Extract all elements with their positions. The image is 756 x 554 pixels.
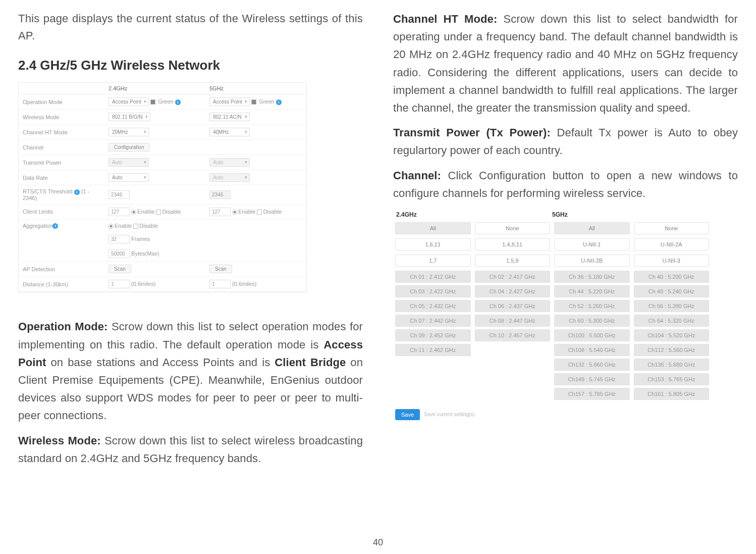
channels-grid: Ch 01 : 2.412 GHzCh 02 : 2.417 GHzCh 36 … [393,269,711,402]
preset-1611[interactable]: 1,6,11 [395,238,471,250]
wmode-24-select[interactable]: 802.11 B/G/N [109,113,150,121]
green-checkbox-24[interactable] [150,99,155,105]
rtscts-24-input[interactable]: 2346 [109,190,130,199]
channel-button[interactable]: Ch 40 : 5.200 GHz [634,271,710,283]
opmode-24-select[interactable]: Access Point [109,97,149,106]
agg-frames-input[interactable]: 32 [109,235,130,243]
scan-24-button[interactable]: Scan [109,265,131,273]
row-operation-mode: Operation Mode Access Point Green i Acce… [19,94,306,110]
preset-none-5[interactable]: None [634,222,710,234]
agg-bytes-input[interactable]: 50000 [109,249,130,258]
preset-all-24[interactable]: All [395,222,471,234]
distance-5-input[interactable]: 1 [209,280,231,288]
channel-config-button[interactable]: Configuration [109,143,149,152]
htmode-24-select[interactable]: 20MHz [109,128,149,136]
save-button[interactable]: Save [395,409,420,420]
channel-button[interactable]: Ch 07 : 2.442 GHz [395,315,471,327]
climits-5-disable-radio[interactable] [257,210,262,215]
label-wmode: Wireless Mode [19,111,104,123]
info-icon[interactable]: i [175,99,181,105]
green-checkbox-5[interactable] [251,99,256,105]
channel-button[interactable]: Ch112 : 5.560 GHz [634,344,710,356]
datarate-5-select[interactable]: Auto [209,173,250,182]
channel-button[interactable]: Ch 60 : 5.300 GHz [554,315,630,327]
enable-label: Enable [137,209,154,215]
channel-button[interactable]: Ch132 : 5.660 GHz [554,359,630,371]
channel-button[interactable]: Ch 08 : 2.447 GHz [475,315,551,327]
climits-24-enable-radio[interactable] [131,210,136,215]
channel-button[interactable]: Ch100 : 5.500 GHz [554,329,630,341]
preset-17[interactable]: 1,7 [395,255,471,267]
channel-button[interactable]: Ch104 : 5.520 GHz [634,329,710,341]
para-txpower: Transmit Power (Tx Power): Default Tx po… [393,124,738,159]
datarate-24-select[interactable]: Auto [109,173,149,182]
row-datarate: Data Rate Auto Auto [19,170,306,185]
preset-all-5[interactable]: All [554,222,630,234]
channel-button[interactable]: Ch157 : 5.785 GHz [554,388,630,400]
channel-button[interactable]: Ch108 : 5.540 GHz [554,344,630,356]
climits-24-input[interactable]: 127 [109,208,130,216]
channel-button[interactable]: Ch 04 : 2.427 GHz [475,285,551,297]
channel-button[interactable]: Ch 03 : 2.422 GHz [395,285,471,297]
txpower-24-select[interactable]: Auto [109,158,149,167]
channel-button[interactable]: Ch 09 : 2.452 GHz [395,329,471,341]
channel-button[interactable]: Ch 52 : 5.260 GHz [554,300,630,312]
preset-159[interactable]: 1,5,9 [475,255,551,267]
miles-24: (0.6miles) [131,281,155,287]
channel-button[interactable]: Ch 02 : 2.417 GHz [475,271,551,283]
preset-unii2a[interactable]: U-NII-2A [634,238,710,250]
info-icon[interactable]: i [276,99,282,105]
channel-button[interactable]: Ch 64 : 5.320 GHz [634,315,710,327]
section-title: 2.4 GHz/5 GHz Wireless Network [18,58,363,73]
channel-button[interactable]: Ch 11 : 2.462 GHz [395,344,471,356]
term-op-mode: Operation Mode: [18,320,108,333]
txpower-5-select[interactable]: Auto [209,158,250,167]
channel-button[interactable]: Ch136 : 5.680 GHz [634,359,710,371]
row-htmode: Channel HT Mode 20MHz 40MHz [19,125,306,140]
preset-unii3[interactable]: U-NII-3 [634,255,710,267]
row-wireless-mode: Wireless Mode 802.11 B/G/N 802.11 AC/N [19,110,306,125]
channel-button[interactable]: Ch 48 : 5.240 GHz [634,285,710,297]
climits-5-enable-radio[interactable] [232,210,237,215]
rtscts-5-input[interactable]: 2346 [209,190,231,199]
channel-button[interactable]: Ch153 : 5.765 GHz [634,373,710,385]
green-label-5: Green [259,98,275,105]
miles-5: (0.6miles) [232,281,256,287]
save-bar: Save Save current setting(s) [393,409,711,420]
preset-none-24[interactable]: None [475,222,551,234]
intro-text: This page displays the current status of… [18,10,363,44]
preset-unii2b[interactable]: U-NII-2B [554,255,630,267]
label-aggregation: Aggregationi [19,220,104,232]
channel-button[interactable]: Ch149 : 5.745 GHz [554,373,630,385]
term-htmode: Channel HT Mode: [393,13,497,25]
figure1-header: 2.4GHz 5GHz [19,83,306,94]
term-channel: Channel: [393,169,441,182]
row-channel: Channel Configuration [19,140,306,155]
label-channel: Channel [19,141,104,154]
climits-24-disable-radio[interactable] [156,210,161,215]
wmode-5-select[interactable]: 802.11 AC/N [209,113,250,121]
opmode-5-select[interactable]: Access Point [209,97,250,106]
channel-button[interactable]: Ch 36 : 5.180 GHz [554,271,630,283]
distance-24-input[interactable]: 1 [109,280,130,288]
agg-disable-radio[interactable] [133,224,138,229]
info-icon[interactable]: i [74,189,80,195]
channel-button[interactable]: Ch 10 : 2.457 GHz [475,329,551,341]
channel-button[interactable]: Ch 01 : 2.412 GHz [395,271,471,283]
para-wireless-mode: Wireless Mode: Scrow down this list to s… [18,432,363,467]
channel-button[interactable]: Ch 06 : 2.437 GHz [475,300,551,312]
label-climits: Client Limits [19,206,104,218]
scan-5-button[interactable]: Scan [209,265,232,273]
agg-enable-radio[interactable] [109,224,114,229]
info-icon[interactable]: i [52,223,58,229]
channel-button[interactable]: Ch161 : 5.805 GHz [634,388,710,400]
channel-button[interactable]: Ch 05 : 2.432 GHz [395,300,471,312]
hdr-5ghz: 5GHz [205,83,306,94]
htmode-5-select[interactable]: 40MHz [209,128,250,136]
preset-14811[interactable]: 1,4,8,11 [475,238,551,250]
channel-button[interactable]: Ch 56 : 5.280 GHz [634,300,710,312]
climits-5-input[interactable]: 127 [209,208,231,216]
channel-button[interactable]: Ch 44 : 5.220 GHz [554,285,630,297]
preset-unii1[interactable]: U-NII-1 [554,238,630,250]
label-rtscts: RTS/CTS Threshold i (1 - 2346) [19,185,104,204]
